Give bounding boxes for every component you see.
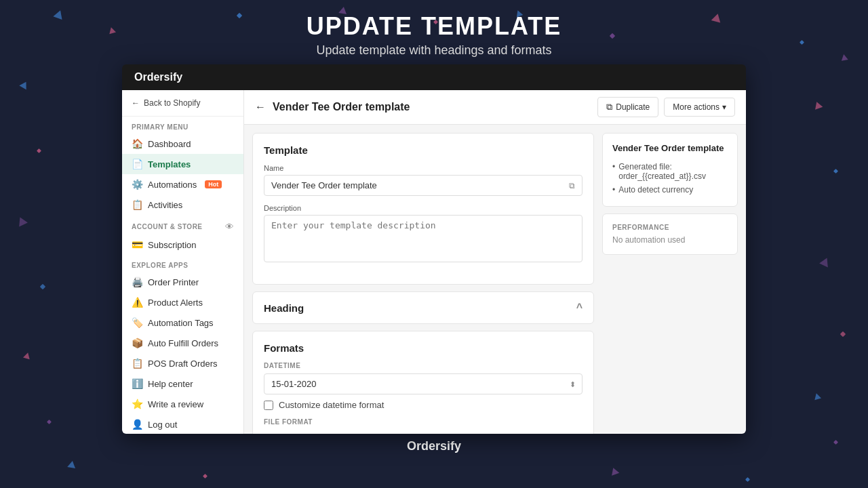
sidebar-item-logout[interactable]: 👤 Log out [122, 414, 243, 434]
sidebar-item-activities-label: Activities [148, 200, 182, 210]
product-alerts-icon: ⚠️ [132, 297, 142, 308]
info-card-title: Vender Tee Order template [612, 143, 728, 153]
performance-title: PERFORMANCE [612, 224, 728, 231]
app-body: ← Back to Shopify PRIMARY MENU 🏠 Dashboa… [122, 90, 746, 434]
sidebar-item-help[interactable]: ℹ️ Help center [122, 373, 243, 394]
datetime-select[interactable]: 15-01-2020 [264, 373, 583, 394]
copy-icon: ⧉ [569, 181, 575, 190]
description-form-group: Description [264, 204, 583, 265]
sidebar-item-automation-tags-label: Automation Tags [148, 318, 214, 328]
back-arrow-icon: ← [132, 98, 140, 108]
app-window: Ordersify ← Back to Shopify PRIMARY MENU… [122, 64, 746, 434]
sidebar-item-review-label: Write a review [148, 399, 203, 409]
more-actions-chevron-icon: ▾ [722, 102, 726, 112]
customize-datetime-row: Customize datetime format [264, 400, 583, 410]
info-card-item-1-text: Auto detect currency [618, 185, 693, 195]
content-main: Template Name Vender Tee Order template … [252, 133, 594, 426]
info-card-list: Generated file: order_{{created_at}}.csv… [612, 160, 728, 197]
sidebar-item-pos-draft[interactable]: 📋 POS Draft Orders [122, 353, 243, 373]
account-settings-icon[interactable]: 👁 [225, 222, 234, 232]
page-title: UPDATE TEMPLATE [0, 12, 868, 41]
description-label: Description [264, 204, 583, 212]
sidebar-item-dashboard[interactable]: 🏠 Dashboard [122, 134, 243, 154]
duplicate-label: Duplicate [616, 102, 650, 112]
topbar-actions: ⧉ Duplicate More actions ▾ [597, 97, 735, 117]
datetime-label: DATETIME [264, 362, 583, 369]
info-card: Vender Tee Order template Generated file… [602, 133, 738, 207]
name-form-group: Name Vender Tee Order template ⧉ [264, 164, 583, 196]
sidebar-item-logout-label: Log out [148, 420, 177, 430]
sidebar-item-order-printer[interactable]: 🖨️ Order Printer [122, 272, 243, 292]
duplicate-button[interactable]: ⧉ Duplicate [597, 97, 658, 117]
back-arrow-icon: ← [255, 101, 266, 113]
auto-fulfill-icon: 📦 [132, 338, 142, 348]
sidebar-item-templates[interactable]: 📄 Templates [122, 154, 243, 174]
customize-datetime-label: Customize datetime format [279, 400, 384, 410]
heading-card-header[interactable]: Heading ^ [253, 292, 593, 323]
sidebar-item-pos-draft-label: POS Draft Orders [148, 359, 218, 369]
account-section-label: ACCOUNT & STORE [132, 223, 203, 230]
more-actions-button[interactable]: More actions ▾ [664, 98, 735, 117]
main-content: ← Vender Tee Order template ⧉ Duplicate … [244, 90, 746, 434]
sidebar-item-order-printer-label: Order Printer [148, 277, 199, 287]
sidebar-item-auto-fulfill[interactable]: 📦 Auto Fulfill Orders [122, 333, 243, 353]
sidebar-item-product-alerts-label: Product Alerts [148, 298, 203, 308]
sidebar-item-subscription-label: Subscription [148, 240, 197, 250]
templates-icon: 📄 [132, 159, 142, 169]
account-section-header: ACCOUNT & STORE 👁 [122, 215, 243, 235]
activities-icon: 📋 [132, 199, 142, 210]
content-sidebar: Vender Tee Order template Generated file… [602, 133, 738, 426]
sidebar: ← Back to Shopify PRIMARY MENU 🏠 Dashboa… [122, 90, 244, 434]
formats-card: Formats DATETIME 15-01-2020 Customize da… [252, 331, 594, 434]
subscription-icon: 💳 [132, 239, 142, 250]
info-card-item-0-text: Generated file: order_{{created_at}}.csv [618, 162, 728, 181]
explore-section-label: EXPLORE APPS [122, 255, 243, 272]
datetime-select-wrapper: 15-01-2020 [264, 373, 583, 394]
hot-badge: Hot [205, 180, 222, 188]
heading-card: Heading ^ [252, 291, 594, 324]
description-textarea[interactable] [264, 215, 583, 262]
sidebar-item-subscription[interactable]: 💳 Subscription [122, 235, 243, 255]
page-footer: Ordersify [0, 434, 868, 459]
template-card-title: Template [264, 144, 583, 156]
topbar-title: Vender Tee Order template [273, 101, 410, 113]
topbar: ← Vender Tee Order template ⧉ Duplicate … [244, 90, 746, 125]
sidebar-item-automations[interactable]: ⚙️ Automations Hot [122, 174, 243, 195]
info-card-item-1: Auto detect currency [612, 183, 728, 197]
more-actions-label: More actions [673, 102, 719, 112]
sidebar-item-activities[interactable]: 📋 Activities [122, 195, 243, 215]
name-value: Vender Tee Order template [271, 180, 377, 190]
duplicate-icon: ⧉ [606, 102, 612, 113]
topbar-left: ← Vender Tee Order template [255, 101, 410, 113]
sidebar-item-auto-fulfill-label: Auto Fulfill Orders [148, 338, 218, 348]
back-button[interactable]: ← [255, 101, 266, 113]
name-label: Name [264, 164, 583, 172]
dashboard-icon: 🏠 [132, 138, 142, 149]
sidebar-item-product-alerts[interactable]: ⚠️ Product Alerts [122, 292, 243, 312]
automations-icon: ⚙️ [132, 179, 142, 190]
performance-card: PERFORMANCE No automation used [602, 214, 738, 255]
order-printer-icon: 🖨️ [132, 277, 142, 287]
sidebar-item-review[interactable]: ⭐ Write a review [122, 394, 243, 414]
sidebar-item-automations-label: Automations [148, 180, 197, 190]
heading-card-title: Heading [264, 302, 304, 314]
help-icon: ℹ️ [132, 378, 142, 389]
back-to-shopify-button[interactable]: ← Back to Shopify [122, 90, 243, 117]
formats-title: Formats [264, 342, 583, 354]
name-input-display[interactable]: Vender Tee Order template ⧉ [264, 175, 583, 196]
content-area: Template Name Vender Tee Order template … [244, 125, 746, 434]
performance-value: No automation used [612, 235, 728, 245]
customize-datetime-checkbox[interactable] [264, 401, 273, 410]
sidebar-item-dashboard-label: Dashboard [148, 139, 191, 149]
page-subtitle: Update template with headings and format… [0, 43, 868, 58]
app-titlebar: Ordersify [122, 64, 746, 90]
file-format-label: FILE FORMAT [264, 418, 583, 426]
pos-draft-icon: 📋 [132, 358, 142, 369]
sidebar-item-help-label: Help center [148, 379, 193, 389]
automation-tags-icon: 🏷️ [132, 317, 142, 328]
app-title: Ordersify [134, 71, 182, 83]
sidebar-item-automation-tags[interactable]: 🏷️ Automation Tags [122, 312, 243, 333]
page-header: UPDATE TEMPLATE Update template with hea… [0, 0, 868, 64]
back-to-shopify-label: Back to Shopify [144, 98, 200, 108]
sidebar-item-templates-label: Templates [148, 159, 191, 169]
